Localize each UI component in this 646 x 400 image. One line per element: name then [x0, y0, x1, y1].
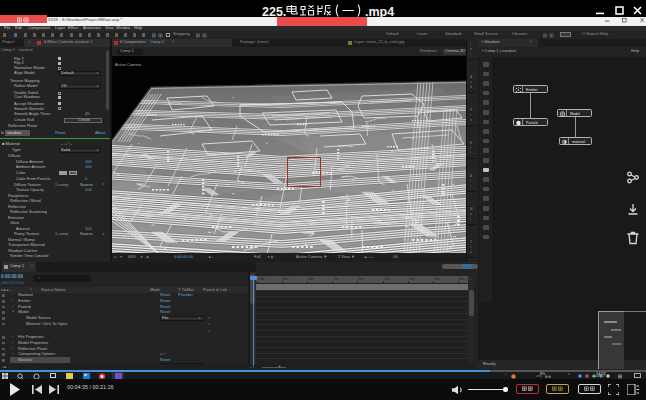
svg-text:225.: 225. [262, 5, 286, 19]
svg-text:.mp4: .mp4 [365, 5, 394, 19]
